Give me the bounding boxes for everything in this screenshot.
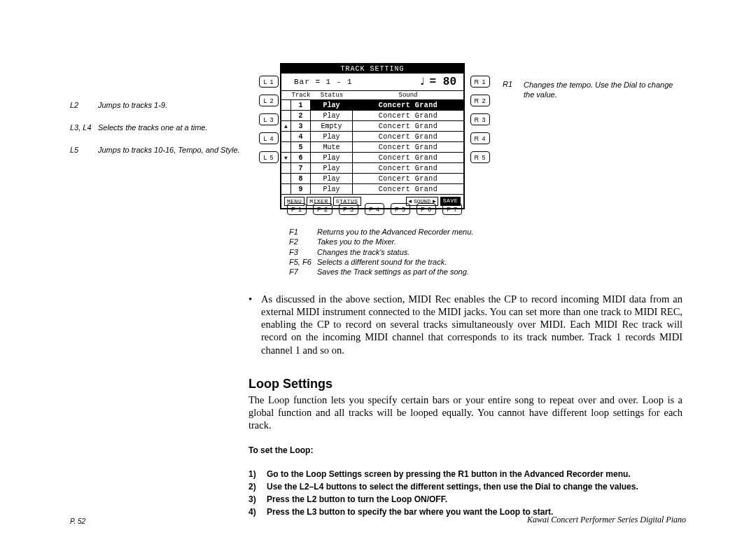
row-side-arrow [281, 142, 291, 153]
bullet-content: As discussed in the above section, MIDI … [261, 293, 682, 356]
row-track-num: 6 [291, 153, 311, 163]
f-button-f5[interactable]: F 5 [391, 203, 410, 215]
steps-list: 1)Go to the Loop Settings screen by pres… [248, 468, 682, 518]
left-button-l5[interactable]: L 5 [259, 151, 279, 163]
row-sound: Concert Grand [353, 100, 463, 111]
row-status: Play [311, 163, 353, 174]
row-side-arrow [281, 163, 291, 174]
step-num: 3) [248, 493, 267, 506]
row-status: Play [311, 132, 353, 142]
sub-heading: To set the Loop: [248, 445, 313, 455]
lcd-row: 8PlayConcert Grand [281, 174, 463, 184]
manual-page: L2Jumps to tracks 1-9.L3, L4Selects the … [0, 0, 756, 535]
caption-key: F1 [289, 227, 317, 237]
row-side-arrow: ▲ [281, 121, 291, 132]
row-sound: Concert Grand [353, 142, 463, 153]
f-button-f2[interactable]: F 2 [313, 203, 332, 215]
caption-key: F5, F6 [289, 257, 317, 267]
step-text: Use the L2–L4 buttons to select the diff… [267, 480, 682, 493]
f-button-f4[interactable]: F 4 [365, 203, 384, 215]
lcd-header-row: Track Status Sound [281, 91, 463, 99]
step-row: 2)Use the L2–L4 buttons to select the di… [248, 480, 682, 493]
f-button-f1[interactable]: F 1 [287, 203, 307, 215]
step-row: 3)Press the L2 button to turn the Loop O… [248, 493, 682, 506]
row-sound: Concert Grand [353, 121, 463, 132]
lcd-row: 4PlayConcert Grand [281, 132, 463, 142]
row-track-num: 9 [291, 184, 311, 195]
row-status: Play [311, 111, 353, 121]
lcd-row: 5MuteConcert Grand [281, 142, 463, 153]
body-bullet: • As discussed in the above section, MID… [248, 293, 682, 356]
caption-text: Jumps to tracks 1-9. [98, 101, 252, 109]
step-text: Go to the Loop Settings screen by pressi… [267, 468, 682, 480]
left-button-l2[interactable]: L 2 [259, 95, 279, 106]
step-num: 1) [248, 468, 267, 480]
caption-row: F5, F6Selects a different sound for the … [289, 257, 473, 267]
row-status: Empty [311, 121, 353, 132]
lcd-top-row: Bar = 1 - 1 ♩ = 80 [281, 74, 463, 91]
step-num: 2) [248, 480, 267, 493]
row-sound: Concert Grand [353, 111, 463, 121]
caption-row: L3, L4Selects the tracks one at a time. [70, 123, 252, 132]
lcd-row: 9PlayConcert Grand [281, 184, 463, 195]
right-button-r5[interactable]: R 5 [470, 151, 490, 163]
captions-bottom: F1Returns you to the Advanced Recorder m… [289, 227, 473, 277]
row-track-num: 3 [291, 121, 311, 132]
row-sound: Concert Grand [353, 153, 463, 163]
bottom-f-buttons: F 1F 2F 3F 4F 5F 6F 7 [287, 203, 462, 215]
lcd-row: 1PlayConcert Grand [281, 100, 463, 111]
lcd-row: 7PlayConcert Grand [281, 163, 463, 174]
footer-right: Kawai Concert Performer Series Digital P… [527, 515, 686, 525]
f-button-f3[interactable]: F 3 [339, 203, 358, 215]
f-button-f6[interactable]: F 6 [416, 203, 436, 215]
caption-text: Selects a different sound for the track. [317, 257, 473, 267]
caption-row: F1Returns you to the Advanced Recorder m… [289, 227, 473, 237]
row-track-num: 4 [291, 132, 311, 142]
caption-text: Changes the track's status. [317, 247, 473, 257]
diagram-area: L2Jumps to tracks 1-9.L3, L4Selects the … [70, 63, 686, 210]
row-sound: Concert Grand [353, 163, 463, 174]
right-button-r1[interactable]: R 1 [470, 76, 490, 88]
left-button-l1[interactable]: L 1 [259, 76, 279, 88]
col-header-track: Track [291, 92, 311, 99]
row-side-arrow [281, 174, 291, 184]
quarter-note-icon: ♩ [419, 77, 426, 88]
row-sound: Concert Grand [353, 132, 463, 142]
row-status: Play [311, 153, 353, 163]
caption-key: F3 [289, 247, 317, 257]
row-status: Play [311, 184, 353, 195]
lcd-panel: TRACK SETTING Bar = 1 - 1 ♩ = 80 Track S… [280, 63, 465, 209]
row-side-arrow: ▼ [281, 153, 291, 163]
caption-key: L2 [70, 101, 98, 109]
left-button-l4[interactable]: L 4 [259, 132, 279, 144]
caption-key: F7 [289, 267, 317, 277]
caption-row: F3Changes the track's status. [289, 247, 473, 257]
row-status: Play [311, 174, 353, 184]
row-side-arrow [281, 132, 291, 142]
row-side-arrow [281, 184, 291, 195]
right-button-r4[interactable]: R 4 [470, 132, 490, 144]
caption-text: Changes the tempo. Use the Dial to chang… [524, 80, 685, 100]
right-side-buttons: R 1R 2R 3R 4R 5 [470, 76, 490, 163]
caption-text: Saves the Track settings as part of the … [317, 267, 473, 277]
caption-key: L3, L4 [70, 123, 98, 132]
right-button-r3[interactable]: R 3 [470, 113, 490, 125]
caption-row: L5Jumps to tracks 10-16, Tempo, and Styl… [70, 146, 252, 154]
row-side-arrow [281, 111, 291, 121]
caption-text: Returns you to the Advanced Recorder men… [317, 227, 473, 237]
row-track-num: 7 [291, 163, 311, 174]
step-row: 1)Go to the Loop Settings screen by pres… [248, 468, 682, 480]
row-side-arrow [281, 100, 291, 111]
lcd-table: 1PlayConcert Grand2PlayConcert Grand▲3Em… [281, 99, 463, 195]
row-track-num: 5 [291, 142, 311, 153]
lcd-tempo: ♩ = 80 [419, 76, 463, 88]
right-button-r2[interactable]: R 2 [470, 95, 490, 106]
row-sound: Concert Grand [353, 174, 463, 184]
left-button-l3[interactable]: L 3 [259, 113, 279, 125]
row-status: Mute [311, 142, 353, 153]
caption-key: F2 [289, 237, 317, 246]
page-number: P. 52 [70, 517, 85, 525]
lcd-row: 2PlayConcert Grand [281, 111, 463, 121]
lcd-bar-text: Bar = 1 - 1 [281, 78, 419, 86]
f-button-f7[interactable]: F 7 [442, 203, 462, 215]
